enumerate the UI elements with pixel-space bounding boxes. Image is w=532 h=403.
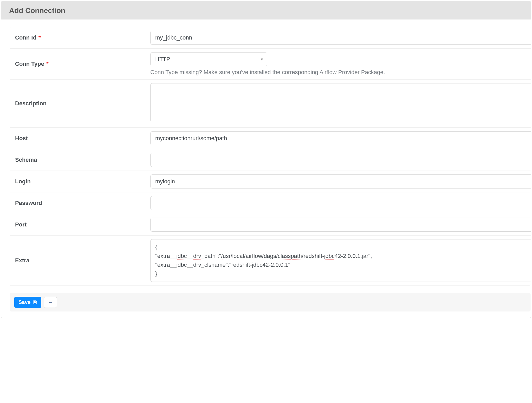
row-schema: Schema [10,149,531,171]
arrow-left-icon: ← [48,299,53,305]
row-description: Description [10,80,531,128]
row-conn-type: Conn Type * HTTP ▼ Conn Type missing? Ma… [10,49,531,80]
form-table: Conn Id * Conn Type * HTTP ▼ [10,27,531,286]
save-button[interactable]: Save [14,297,41,308]
conn-type-selected-value[interactable]: HTTP [150,52,267,66]
save-icon [33,300,37,304]
label-port: Port [10,215,150,234]
required-marker: * [46,61,49,67]
row-conn-id: Conn Id * [10,27,531,49]
label-password: Password [10,193,150,213]
save-button-label: Save [18,299,31,305]
label-login: Login [10,172,150,191]
label-conn-type: Conn Type * [10,54,150,74]
label-extra: Extra [10,251,150,270]
panel-footer: Save ← [10,293,531,311]
conn-type-help-text: Conn Type missing? Make sure you've inst… [150,69,531,76]
conn-type-select[interactable]: HTTP ▼ [150,52,267,66]
row-host: Host [10,128,531,149]
label-conn-id: Conn Id * [10,28,150,47]
row-extra: Extra {"extra__jdbc__drv_path":"/usr/loc… [10,236,531,285]
add-connection-panel: Add Connection Conn Id * Conn Type * [1,1,531,318]
label-description: Description [10,94,150,113]
extra-input[interactable]: {"extra__jdbc__drv_path":"/usr/local/air… [150,239,531,282]
row-password: Password [10,192,531,214]
host-input[interactable] [150,131,531,145]
schema-input[interactable] [150,153,531,167]
port-input[interactable] [150,218,531,232]
description-input[interactable] [150,83,531,122]
label-schema: Schema [10,150,150,170]
row-port: Port [10,214,531,236]
form-body: Conn Id * Conn Type * HTTP ▼ [1,20,531,286]
conn-id-input[interactable] [150,31,531,45]
panel-title: Add Connection [1,1,531,20]
row-login: Login [10,171,531,192]
label-host: Host [10,129,150,148]
required-marker: * [38,34,41,41]
login-input[interactable] [150,174,531,188]
back-button[interactable]: ← [44,297,57,308]
password-input[interactable] [150,196,531,210]
